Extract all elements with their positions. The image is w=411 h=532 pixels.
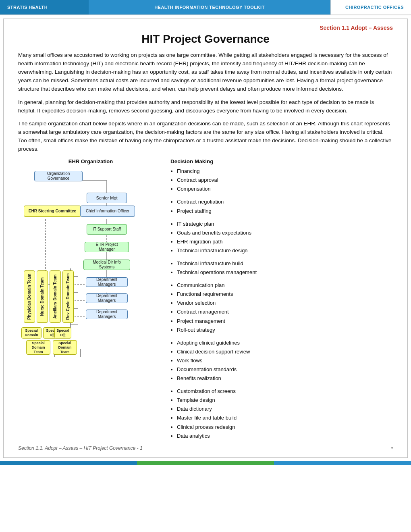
decision-group-7: Customization of screens Template design… (170, 387, 393, 441)
decision-item: Data analytics (177, 432, 393, 441)
dept-mgr-2: Department Managers (86, 293, 128, 303)
decision-item: Technical infrastructure build (177, 259, 393, 268)
decision-group-4: Technical infrastructure build Technical… (170, 259, 393, 277)
bottom-bar (0, 461, 411, 465)
decision-item: Contract negotiation (177, 197, 393, 206)
toolkit-label: HEALTH INFORMATION TECHNOLOGY TOOLKIT (154, 5, 265, 10)
decision-item: Contract approval (177, 176, 393, 185)
decision-item: Functional requirements (177, 290, 393, 299)
rev-cycle-team-box: Rev Cycle Domain Team (62, 270, 74, 323)
offices-label: CHIROPRACTIC OFFICES (345, 5, 404, 10)
decision-item: Customization of screens (177, 387, 393, 396)
stratis-health-label: STRATIS HEALTH (7, 5, 48, 10)
page-footer: Section 1.1. Adopt – Assess – HIT Projec… (18, 444, 393, 451)
decision-group-6: Adopting clinical guidelines Clinical de… (170, 339, 393, 383)
paragraph-3: The sample organization chart below depi… (18, 120, 393, 154)
decision-item: Technical operations management (177, 268, 393, 277)
decision-item: Documentation standards (177, 365, 393, 374)
ancillary-team-box: Ancillary Domain Team (50, 270, 61, 323)
decision-item: Financing (177, 167, 393, 176)
decision-item: Data dictionary (177, 405, 393, 414)
decision-group-1: Financing Contract approval Compensation (170, 167, 393, 193)
decision-item: IT strategic plan (177, 220, 393, 229)
decision-item: Project staffing (177, 207, 393, 216)
special-3-box: Special Domain Team (26, 340, 50, 355)
org-governance-box: Organization Governance (34, 171, 83, 181)
decision-item: Benefits realization (177, 374, 393, 383)
footer-bullet: • (391, 445, 393, 451)
decision-item: Clinical decision support review (177, 347, 393, 356)
bottom-bar-teal (274, 461, 411, 465)
bottom-bar-green (137, 461, 274, 465)
decision-column: Decision Making Financing Contract appro… (163, 158, 393, 441)
dept-mgr-3: Department Managers (86, 310, 128, 319)
nurse-team-box: Nurse Domain Team (37, 270, 48, 323)
decision-item: Project management (177, 317, 393, 326)
decision-making-title: Decision Making (170, 158, 393, 164)
org-chart: Organization Governance Senior Mgt EHR S… (18, 168, 155, 393)
decision-item: Work flows (177, 356, 393, 365)
decision-group-5: Communication plan Functional requiremen… (170, 281, 393, 335)
content-columns: EHR Organization (18, 158, 393, 441)
paragraph-1: Many small offices are accustomed to wor… (18, 51, 393, 94)
special-5-box: Special Domain Team (53, 340, 77, 355)
decision-item: EHR migration path (177, 237, 393, 246)
main-content: Section 1.1 Adopt – Assess HIT Project G… (3, 19, 408, 458)
dept-mgr-1: Department Managers (86, 277, 128, 287)
org-chart-title: EHR Organization (18, 158, 163, 164)
decision-item: Master file and table build (177, 414, 393, 422)
decision-item: Technical infrastructure design (177, 246, 393, 255)
diagram-column: EHR Organization (18, 158, 163, 441)
physician-team-box: Physician Domain Team (24, 270, 35, 323)
cio-box: Chief Information Officer (80, 206, 135, 217)
med-dir-box: Medical Dir Info Systems (83, 260, 130, 270)
header-center: HEALTH INFORMATION TECHNOLOGY TOOLKIT (89, 0, 330, 15)
it-support-box: IT Support Staff (87, 224, 127, 235)
decision-item: Contract management (177, 308, 393, 316)
page-title: HIT Project Governance (18, 33, 393, 46)
bottom-bar-blue (0, 461, 137, 465)
senior-mgt-box: Senior Mgt (87, 193, 127, 203)
special-4-box: Special D▒ (54, 327, 71, 339)
decision-item: Template design (177, 396, 393, 405)
decision-item: Goals and benefits expectations (177, 229, 393, 237)
decision-item: Communication plan (177, 281, 393, 290)
decision-group-3: IT strategic plan Goals and benefits exp… (170, 220, 393, 255)
ehr-pm-box: EHR Project Manager (85, 242, 129, 252)
special-1-box: Special Domain (21, 327, 42, 339)
footer-text: Section 1.1. Adopt – Assess – HIT Projec… (18, 445, 143, 451)
decision-item: Compensation (177, 185, 393, 193)
page-header: STRATIS HEALTH HEALTH INFORMATION TECHNO… (0, 0, 411, 15)
ehr-steering-box: EHR Steering Committee (24, 206, 81, 217)
decision-item: Clinical process redesign (177, 423, 393, 432)
paragraph-2: In general, planning for decision-making… (18, 98, 393, 115)
decision-group-2: Contract negotiation Project staffing (170, 197, 393, 215)
header-left: STRATIS HEALTH (0, 0, 89, 15)
section-label: Section 1.1 Adopt – Assess (18, 25, 393, 31)
decision-item: Adopting clinical guidelines (177, 339, 393, 347)
header-right: CHIROPRACTIC OFFICES (330, 0, 411, 15)
decision-item: Roll-out strategy (177, 326, 393, 335)
decision-item: Vendor selection (177, 299, 393, 308)
